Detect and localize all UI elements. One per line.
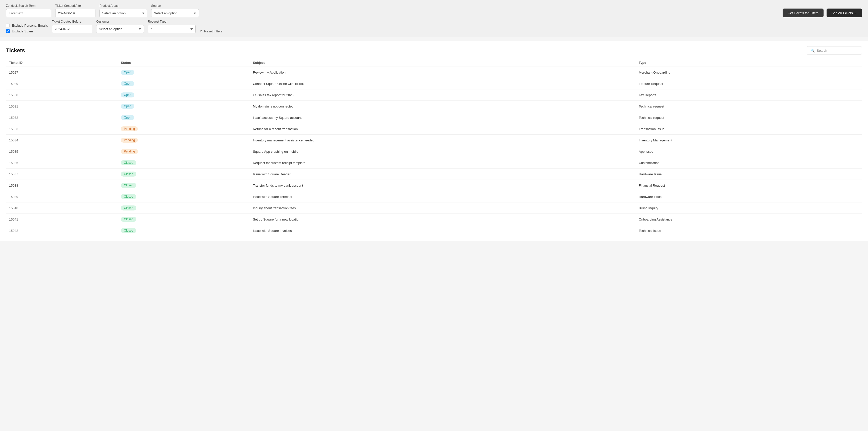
type-cell: Feature Request: [636, 78, 862, 89]
type-cell: Merchant Onboarding: [636, 67, 862, 78]
checkbox-group: Exclude Personal Emails Exclude Spam: [6, 23, 48, 33]
zendesk-search-label: Zendesk Search Term: [6, 4, 51, 7]
source-select[interactable]: Select an option: [151, 9, 199, 17]
status-cell: Closed: [118, 191, 250, 203]
status-cell: Open: [118, 78, 250, 89]
product-areas-select[interactable]: Select an option: [99, 9, 147, 17]
table-row[interactable]: 15039 Closed Issue with Square Terminal …: [6, 191, 862, 203]
ticket-id-cell: 15035: [6, 146, 118, 157]
exclude-personal-checkbox[interactable]: [6, 24, 10, 27]
tickets-header: Tickets 🔍: [6, 46, 862, 55]
tickets-body: 15027 Open Review my Application Merchan…: [6, 67, 862, 236]
status-cell: Pending: [118, 146, 250, 157]
status-badge: Open: [121, 81, 134, 86]
status-cell: Pending: [118, 135, 250, 146]
customer-group: Customer Select an option: [96, 20, 144, 33]
subject-cell: Transfer funds to my bank account: [250, 180, 636, 191]
type-cell: Financial Request: [636, 180, 862, 191]
subject-cell: Request for custom receipt template: [250, 157, 636, 168]
table-row[interactable]: 15037 Closed Issue with Square Reader Ha…: [6, 168, 862, 180]
col-subject: Subject: [250, 59, 636, 67]
table-row[interactable]: 15038 Closed Transfer funds to my bank a…: [6, 180, 862, 191]
ticket-id-cell: 15027: [6, 67, 118, 78]
subject-cell: Review my Application: [250, 67, 636, 78]
type-cell: Hardware Issue: [636, 191, 862, 203]
status-cell: Open: [118, 101, 250, 112]
table-row[interactable]: 15033 Pending Refund for a recent transa…: [6, 123, 862, 135]
type-cell: Tax Reports: [636, 89, 862, 101]
status-cell: Open: [118, 89, 250, 101]
table-row[interactable]: 15036 Closed Request for custom receipt …: [6, 157, 862, 168]
zendesk-search-input[interactable]: [6, 9, 51, 17]
ticket-id-cell: 15038: [6, 180, 118, 191]
status-cell: Closed: [118, 203, 250, 214]
ticket-before-input[interactable]: [52, 25, 92, 33]
search-box[interactable]: 🔍: [807, 46, 862, 55]
type-cell: Technical request: [636, 112, 862, 123]
request-type-select[interactable]: *: [148, 25, 196, 33]
subject-cell: Inventory management assistance needed: [250, 135, 636, 146]
subject-cell: Inquiry about transaction fees: [250, 203, 636, 214]
exclude-spam-label: Exclude Spam: [12, 29, 33, 33]
ticket-id-cell: 15033: [6, 123, 118, 135]
tickets-title: Tickets: [6, 47, 25, 54]
ticket-after-group: Ticket Created After: [55, 4, 95, 17]
table-row[interactable]: 15030 Open US sales tax report for 2023 …: [6, 89, 862, 101]
ticket-id-cell: 15029: [6, 78, 118, 89]
ticket-after-label: Ticket Created After: [55, 4, 95, 7]
table-row[interactable]: 15031 Open My domain is not connected Te…: [6, 101, 862, 112]
ticket-id-cell: 15034: [6, 135, 118, 146]
exclude-personal-item[interactable]: Exclude Personal Emails: [6, 24, 48, 27]
ticket-id-cell: 15030: [6, 89, 118, 101]
get-tickets-button[interactable]: Get Tickets for Filters: [783, 8, 824, 17]
status-badge: Closed: [121, 172, 136, 177]
type-cell: Technical request: [636, 101, 862, 112]
see-all-tickets-button[interactable]: See All Tickets →: [827, 8, 862, 17]
table-row[interactable]: 15042 Closed Issue with Square Invoices …: [6, 225, 862, 236]
table-row[interactable]: 15029 Open Connect Square Online with Ti…: [6, 78, 862, 89]
status-badge: Closed: [121, 206, 136, 211]
ticket-id-cell: 15032: [6, 112, 118, 123]
status-badge: Open: [121, 104, 134, 109]
table-row[interactable]: 15032 Open I can't access my Square acco…: [6, 112, 862, 123]
search-input[interactable]: [817, 49, 858, 53]
filter-actions: Get Tickets for Filters See All Tickets …: [783, 8, 862, 17]
customer-select[interactable]: Select an option: [96, 25, 144, 33]
type-cell: Technical Issue: [636, 225, 862, 236]
table-row[interactable]: 15027 Open Review my Application Merchan…: [6, 67, 862, 78]
request-type-label: Request Type: [148, 20, 196, 23]
zendesk-search-group: Zendesk Search Term: [6, 4, 51, 17]
tickets-section: Tickets 🔍 Ticket ID Status Subject Type …: [0, 41, 868, 241]
table-row[interactable]: 15034 Pending Inventory management assis…: [6, 135, 862, 146]
ticket-id-cell: 15042: [6, 225, 118, 236]
subject-cell: Issue with Square Terminal: [250, 191, 636, 203]
ticket-id-cell: 15037: [6, 168, 118, 180]
status-cell: Closed: [118, 214, 250, 225]
status-badge: Closed: [121, 183, 136, 188]
table-header: Ticket ID Status Subject Type: [6, 59, 862, 67]
table-row[interactable]: 15035 Pending Square App crashing on mob…: [6, 146, 862, 157]
ticket-before-label: Ticket Created Before: [52, 20, 92, 23]
status-badge: Pending: [121, 126, 138, 131]
ticket-after-input[interactable]: [55, 9, 95, 17]
subject-cell: US sales tax report for 2023: [250, 89, 636, 101]
source-label: Source: [151, 4, 199, 7]
customer-label: Customer: [96, 20, 144, 23]
type-cell: Billing Inquiry: [636, 203, 862, 214]
source-group: Source Select an option: [151, 4, 199, 17]
tickets-table: Ticket ID Status Subject Type 15027 Open…: [6, 59, 862, 236]
table-row[interactable]: 15040 Closed Inquiry about transaction f…: [6, 203, 862, 214]
filter-section: Zendesk Search Term Ticket Created After…: [0, 0, 868, 37]
type-cell: Onboarding Assistance: [636, 214, 862, 225]
status-cell: Open: [118, 67, 250, 78]
col-status: Status: [118, 59, 250, 67]
status-badge: Open: [121, 70, 134, 75]
ticket-id-cell: 15039: [6, 191, 118, 203]
exclude-spam-checkbox[interactable]: [6, 29, 10, 33]
product-areas-label: Product Areas: [99, 4, 147, 7]
status-badge: Closed: [121, 194, 136, 199]
reset-filters-button[interactable]: ↺ Reset Filters: [200, 29, 222, 33]
exclude-spam-item[interactable]: Exclude Spam: [6, 29, 48, 33]
ticket-id-cell: 15036: [6, 157, 118, 168]
table-row[interactable]: 15041 Closed Set up Square for a new loc…: [6, 214, 862, 225]
